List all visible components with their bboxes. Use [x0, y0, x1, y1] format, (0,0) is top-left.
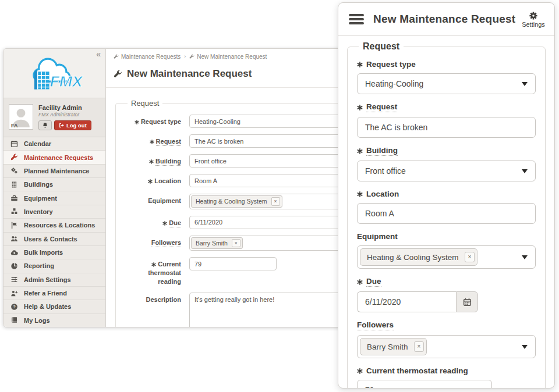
follower-tag: Barry Smith ×	[360, 338, 427, 355]
sidebar-item-label: Buildings	[24, 181, 53, 188]
logout-button[interactable]: Log out	[54, 120, 91, 130]
sidebar-item-bulk-imports[interactable]: Bulk Imports	[3, 246, 105, 259]
mobile-page-title: New Maintenance Request	[373, 13, 519, 26]
mobile-header: New Maintenance Request Settings	[338, 3, 554, 36]
required-icon	[357, 105, 363, 111]
settings-button[interactable]: Settings	[519, 11, 547, 28]
followers-select[interactable]: Barry Smith ×	[357, 335, 536, 358]
sign-out-icon	[59, 123, 64, 128]
notifications-button[interactable]	[38, 120, 52, 130]
sidebar-item-label: Planned Maintenance	[24, 168, 89, 174]
sidebar-item-planned-maintenance[interactable]: Planned Maintenance	[3, 165, 105, 178]
sidebar-item-my-logs[interactable]: My Logs	[3, 314, 105, 327]
thermostat-input[interactable]	[357, 380, 492, 389]
mobile-field-followers: Followers Barry Smith ×	[357, 320, 536, 358]
sidebar-item-label: Calendar	[24, 140, 51, 147]
avatar-initials: FA	[11, 123, 18, 129]
menu-button[interactable]	[349, 14, 364, 24]
sidebar-nav: Calendar Maintenance Requests Planned Ma…	[3, 137, 105, 327]
sidebar-item-refer-a-friend[interactable]: Refer a Friend	[3, 287, 105, 300]
required-icon	[357, 191, 363, 197]
sidebar-item-resources-locations[interactable]: Resources & Locations	[3, 219, 105, 232]
mobile-field-thermostat: Current thermostat reading	[357, 366, 536, 389]
equipment-tag: Heating & Cooling System ×	[191, 195, 282, 208]
required-icon	[357, 279, 363, 285]
equipment-select[interactable]: Heating & Cooling System ×	[357, 245, 536, 269]
sidebar-item-label: My Logs	[24, 317, 50, 324]
sidebar-item-label: Help & Updates	[24, 303, 71, 310]
sidebar-item-help-updates[interactable]: ? Help & Updates	[3, 300, 105, 313]
field-label: Request	[156, 138, 181, 146]
mobile-field-request: Request	[357, 102, 536, 138]
sidebar-item-reporting[interactable]: Reporting	[3, 259, 105, 273]
mobile-request-fieldset: Request Request type Heating-Cooling Req…	[347, 41, 546, 389]
logo-building-icon	[34, 69, 49, 89]
remove-tag-button[interactable]: ×	[465, 252, 475, 262]
sliders-icon	[10, 276, 19, 283]
required-icon	[357, 62, 363, 67]
field-label: Building	[366, 146, 398, 156]
sidebar-item-label: Refer a Friend	[24, 290, 67, 297]
settings-label: Settings	[522, 21, 545, 28]
wrench-icon	[114, 54, 119, 59]
required-icon	[149, 159, 154, 164]
pie-chart-icon	[10, 262, 19, 270]
wrench-icon	[189, 54, 194, 59]
field-label: Location	[154, 177, 181, 184]
field-label: Description	[146, 296, 181, 303]
mobile-content: Request Request type Heating-Cooling Req…	[338, 36, 554, 388]
field-label: Equipment	[148, 197, 181, 204]
location-input[interactable]	[357, 203, 536, 224]
breadcrumb-new-maintenance-request[interactable]: New Maintenance Request	[189, 54, 267, 60]
required-icon	[135, 120, 139, 124]
date-picker-button[interactable]	[456, 291, 478, 312]
sidebar-item-maintenance-requests[interactable]: Maintenance Requests	[3, 151, 105, 164]
sidebar-item-label: Users & Contacts	[24, 236, 77, 243]
sidebar-item-buildings[interactable]: Buildings	[3, 178, 105, 191]
fmx-logo: FMX	[24, 55, 85, 91]
wrench-icon	[114, 70, 122, 79]
sidebar-collapse-button[interactable]: «	[96, 49, 101, 59]
mobile-field-building: Building Front office	[357, 146, 536, 181]
request-type-select[interactable]: Heating-Cooling	[357, 73, 536, 94]
required-icon	[151, 262, 156, 267]
remove-tag-button[interactable]: ×	[232, 239, 240, 248]
sidebar-item-label: Maintenance Requests	[24, 154, 93, 161]
sidebar-item-calendar[interactable]: Calendar	[3, 137, 105, 151]
sidebar-item-label: Reporting	[24, 262, 54, 269]
field-label: Equipment	[357, 232, 398, 241]
fieldset-legend: Request	[128, 99, 162, 108]
field-label: Building	[155, 158, 181, 166]
logo-wordmark: FMX	[49, 73, 83, 90]
hamburger-icon	[349, 14, 364, 16]
sidebar-item-users-contacts[interactable]: Users & Contacts	[3, 233, 105, 246]
required-icon	[150, 140, 154, 144]
follower-tag: Barry Smith ×	[191, 237, 243, 250]
equipment-tag: Heating & Cooling System ×	[360, 248, 477, 266]
chevron-down-icon	[522, 345, 528, 349]
logout-label: Log out	[66, 122, 87, 129]
toolbox-icon	[10, 194, 19, 202]
sidebar-item-equipment[interactable]: Equipment	[3, 191, 105, 205]
user-section: FA Facility Admin FMX Administrator	[3, 98, 105, 137]
user-plus-icon	[10, 290, 19, 297]
request-input[interactable]	[357, 117, 536, 138]
boxes-icon	[10, 208, 19, 215]
required-icon	[357, 148, 363, 154]
fieldset-legend: Request	[359, 41, 404, 52]
wrench-icon	[10, 154, 19, 161]
required-icon	[162, 221, 167, 226]
sidebar-logo-area: « FMX	[3, 49, 105, 98]
breadcrumb-separator: ›	[184, 54, 186, 59]
building-select[interactable]: Front office	[357, 161, 536, 181]
remove-tag-button[interactable]: ×	[414, 341, 424, 352]
sidebar-item-inventory[interactable]: Inventory	[3, 205, 105, 219]
due-input[interactable]	[357, 291, 456, 312]
page-title: New Maintenance Request	[127, 68, 252, 80]
remove-tag-button[interactable]: ×	[271, 197, 280, 206]
sidebar-item-admin-settings[interactable]: Admin Settings	[3, 273, 105, 287]
calendar-icon	[463, 298, 472, 307]
thermostat-input[interactable]	[189, 257, 277, 270]
breadcrumb-maintenance-requests[interactable]: Maintenance Requests	[114, 54, 181, 60]
book-icon	[10, 316, 19, 324]
